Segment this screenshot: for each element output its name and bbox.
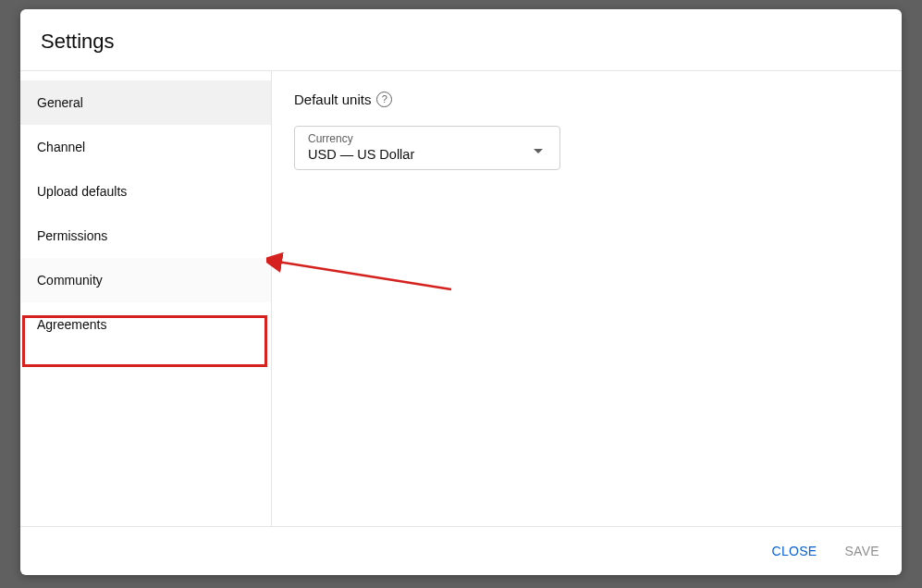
dialog-footer: CLOSE SAVE bbox=[20, 526, 902, 575]
currency-select-text: Currency USD — US Dollar bbox=[308, 132, 414, 162]
currency-select[interactable]: Currency USD — US Dollar bbox=[294, 126, 560, 170]
sidebar-item-label: Upload defaults bbox=[37, 184, 127, 199]
sidebar-item-label: Agreements bbox=[37, 317, 106, 332]
sidebar-item-label: Community bbox=[37, 273, 103, 288]
sidebar-item-label: General bbox=[37, 95, 83, 110]
help-icon[interactable]: ? bbox=[376, 92, 392, 107]
sidebar-item-label: Permissions bbox=[37, 228, 107, 243]
sidebar-item-community[interactable]: Community bbox=[20, 258, 271, 302]
chevron-down-icon bbox=[534, 149, 543, 153]
svg-line-1 bbox=[277, 262, 451, 289]
sidebar-item-label: Channel bbox=[37, 140, 85, 154]
dialog-title: Settings bbox=[41, 30, 881, 54]
sidebar-item-channel[interactable]: Channel bbox=[20, 125, 271, 169]
annotation-arrow bbox=[266, 247, 470, 302]
close-button[interactable]: CLOSE bbox=[770, 538, 819, 564]
sidebar-item-upload-defaults[interactable]: Upload defaults bbox=[20, 169, 271, 214]
dialog-header: Settings bbox=[20, 9, 902, 71]
sidebar-item-agreements[interactable]: Agreements bbox=[20, 302, 271, 347]
sidebar-item-permissions[interactable]: Permissions bbox=[20, 214, 271, 258]
section-title: Default units bbox=[294, 92, 371, 107]
main-panel: Default units ? Currency USD — US Dollar bbox=[272, 71, 902, 526]
dialog-body: General Channel Upload defaults Permissi… bbox=[20, 71, 902, 526]
currency-select-label: Currency bbox=[308, 132, 414, 145]
sidebar-item-general[interactable]: General bbox=[20, 80, 271, 125]
save-button[interactable]: SAVE bbox=[842, 538, 881, 564]
settings-sidebar: General Channel Upload defaults Permissi… bbox=[20, 71, 272, 526]
section-title-row: Default units ? bbox=[294, 92, 879, 107]
currency-select-value: USD — US Dollar bbox=[308, 147, 414, 162]
settings-dialog: Settings General Channel Upload defaults… bbox=[20, 9, 902, 575]
